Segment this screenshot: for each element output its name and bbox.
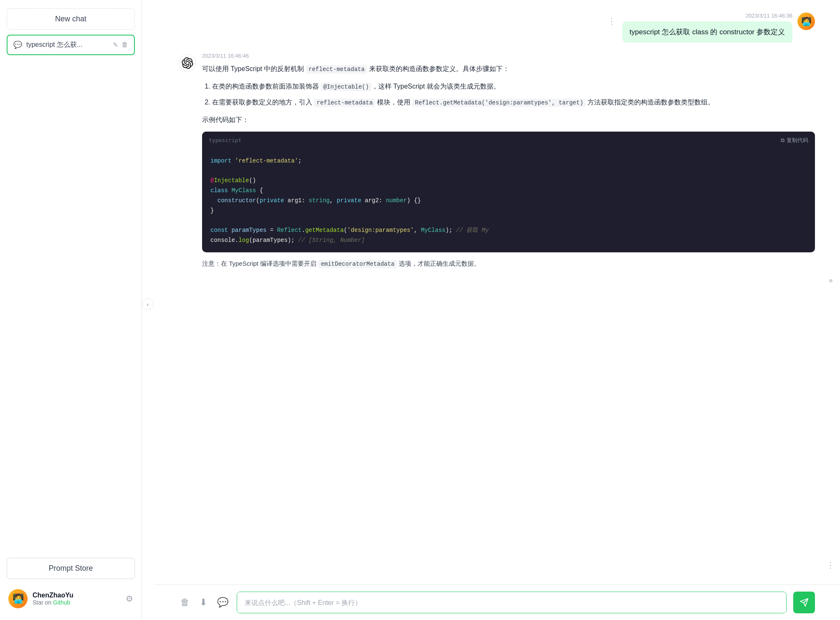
download-button[interactable]: ⬇ — [198, 595, 209, 610]
sidebar: New chat 💬 typescript 怎么获... ✎ 🗑 Prompt … — [0, 0, 142, 620]
chat-messages: ⋮ 2023/3/11 16:46:36 typescript 怎么获取 cla… — [154, 0, 840, 584]
example-label: 示例代码如下： — [202, 114, 815, 126]
delete-conversation-button[interactable]: 🗑 — [179, 595, 191, 610]
code-content: import 'reflect-metadata'; @Injectable()… — [202, 150, 815, 252]
copy-label: 复制代码 — [787, 137, 808, 144]
code-block: typescript ⧉ 复制代码 import 'reflect-metada… — [202, 132, 815, 252]
user-name: ChenZhaoYu — [33, 592, 121, 599]
avatar: 🧑‍💻 — [8, 589, 28, 608]
ai-intro2-text: 来获取类的构造函数参数定义。具体步骤如下： — [369, 65, 509, 72]
inline-code-emit: emitDecoratorMetadata — [318, 260, 397, 268]
chat-item-title: typescript 怎么获... — [26, 41, 109, 49]
settings-icon[interactable]: ⚙ — [126, 594, 133, 604]
chat-item-icon: 💬 — [13, 41, 22, 49]
copy-code-button[interactable]: ⧉ 复制代码 — [781, 137, 808, 144]
ai-intro-text: 可以使用 TypeScript 中的反射机制 — [202, 65, 304, 72]
inline-code-injectable: @Injectable() — [321, 83, 371, 91]
prompt-store-button[interactable]: Prompt Store — [7, 558, 135, 579]
whatsapp-button[interactable]: 💬 — [215, 595, 230, 610]
ai-message-content: 2023/3/11 16:46:46 可以使用 TypeScript 中的反射机… — [202, 53, 815, 275]
message-options-icon[interactable]: ⋮ — [606, 15, 617, 28]
edit-icon[interactable]: ✎ — [113, 41, 118, 49]
code-language-label: typescript — [209, 136, 241, 145]
user-profile: 🧑‍💻 ChenZhaoYu Star on Github ⚙ — [7, 586, 135, 612]
ai-step-1: 在类的构造函数参数前面添加装饰器 @Injectable()，这样 TypeSc… — [212, 81, 815, 92]
ai-step-2: 在需要获取参数定义的地方，引入 reflect-metadata 模块，使用 R… — [212, 97, 815, 108]
github-link[interactable]: Github — [53, 599, 70, 606]
ai-steps-list: 在类的构造函数参数前面添加装饰器 @Injectable()，这样 TypeSc… — [202, 81, 815, 108]
send-button[interactable] — [793, 592, 815, 613]
user-message-timestamp: 2023/3/11 16:46:36 — [746, 13, 792, 19]
user-info: ChenZhaoYu Star on Github — [33, 592, 121, 606]
scroll-indicator — [829, 279, 832, 282]
collapse-sidebar-button[interactable]: ‹ — [142, 298, 154, 310]
new-chat-button[interactable]: New chat — [7, 8, 135, 30]
user-sub: Star on Github — [33, 599, 121, 606]
user-avatar-small: 🧑‍💻 — [797, 13, 815, 30]
inline-code-reflect: reflect-metadata — [314, 99, 375, 107]
ai-message-row: 2023/3/11 16:46:46 可以使用 TypeScript 中的反射机… — [179, 53, 815, 275]
user-message-bubble: typescript 怎么获取 class 的 constructor 参数定义 — [622, 21, 792, 43]
delete-icon[interactable]: 🗑 — [121, 41, 128, 49]
copy-icon: ⧉ — [781, 137, 784, 144]
chat-input[interactable] — [237, 592, 787, 613]
scroll-more-icon[interactable]: ⋮ — [827, 561, 834, 570]
inline-code-1: reflect-metadata — [306, 65, 367, 74]
ai-message-timestamp: 2023/3/11 16:46:46 — [202, 53, 815, 59]
code-block-header: typescript ⧉ 复制代码 — [202, 132, 815, 150]
chat-item-actions: ✎ 🗑 — [113, 41, 128, 49]
chat-list-item[interactable]: 💬 typescript 怎么获... ✎ 🗑 — [7, 35, 135, 55]
note-text: 注意：在 TypeScript 编译选项中需要开启 emitDecoratorM… — [202, 258, 815, 269]
main-chat-area: ⋮ 2023/3/11 16:46:36 typescript 怎么获取 cla… — [154, 0, 840, 620]
user-message-row: ⋮ 2023/3/11 16:46:36 typescript 怎么获取 cla… — [179, 13, 815, 43]
inline-code-getmetadata: Reflect.getMetadata('design:paramtypes',… — [412, 99, 586, 107]
user-message-meta: 2023/3/11 16:46:36 typescript 怎么获取 class… — [622, 13, 792, 43]
input-area: 🗑 ⬇ 💬 — [154, 584, 840, 620]
ai-message-text: 可以使用 TypeScript 中的反射机制 reflect-metadata … — [202, 63, 815, 269]
ai-avatar — [179, 54, 196, 72]
